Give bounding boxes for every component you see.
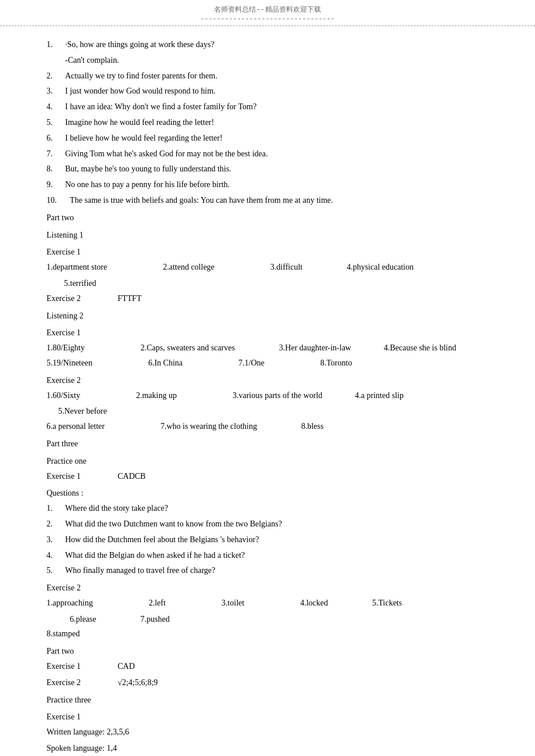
ex1b-item6: 6.In China [148, 356, 183, 370]
question-item: 2. What did the two Dutchmen want to kno… [47, 517, 488, 531]
item-text: Actually we try to find foster parents f… [65, 69, 217, 83]
list-item: 4. I have an idea: Why don't we find a f… [47, 100, 488, 114]
ex2b-item3: 3.various parts of the world [233, 389, 322, 403]
ex1b-item4: 4.Because she is blind [384, 341, 456, 355]
ex2c-item3: 3.toilet [222, 596, 244, 610]
exercise-1b-row: 1.80/Eighty 2.Caps, sweaters and scarves… [47, 341, 488, 355]
question-item: 4. What did the Belgian do when asked if… [47, 549, 488, 562]
item-text: I believe how he would feel regarding th… [65, 131, 223, 145]
item-text: The same is true with beliefs and goals:… [70, 194, 333, 207]
q-text: What did the two Dutchmen want to know f… [65, 517, 282, 531]
item-number: 1. [47, 38, 65, 52]
spoken-lang: Spoken language: 1,4 [47, 741, 488, 755]
q-text: How did the Dutchmen feel about the Belg… [65, 533, 259, 547]
ex1b-item2: 2.Caps, sweaters and scarves [141, 341, 235, 355]
ex2c-item2: 2.left [149, 596, 166, 610]
item-text: Imagine how he would feel reading the le… [65, 116, 214, 130]
item-number: 7. [47, 147, 65, 161]
part-two-title: Part two [47, 211, 488, 225]
exercise-1-label: Exercise 1 [47, 245, 488, 259]
exercise-2b-label: Exercise 2 [47, 374, 488, 388]
item-number: 8. [47, 162, 65, 176]
item-text: I just wonder how God would respond to h… [65, 84, 216, 98]
ex2c-item4: 4.locked [300, 596, 328, 610]
header-line2: - - - - - - - - - - - - - - - - - - - - … [0, 15, 535, 23]
part-two-b-title: Part two [47, 644, 488, 658]
page-header: 名师资料总结 - - 精品资料欢迎下载 - - - - - - - - - - … [0, 0, 535, 26]
question-item: 1. Where did the story take place? [47, 501, 488, 515]
list-item: 6. I believe how he would feel regarding… [47, 131, 488, 145]
ex2c-item7: 7.pushed [140, 612, 169, 626]
ex2b-item1: 1.60/Sixty [47, 389, 80, 403]
exercise-1d-row: Exercise 1 CAD [47, 660, 488, 673]
exercise-2d-row: Exercise 2 √2;4;5;6;8;9 [47, 676, 488, 690]
item-number [47, 53, 65, 67]
item-text: But, maybe he's too young to fully under… [65, 162, 231, 176]
exercise-1c-label: Exercise 1 [47, 472, 81, 481]
q-text: Who finally managed to travel free of ch… [65, 564, 215, 578]
list-item: 9. No one has to pay a penny for his lif… [47, 178, 488, 192]
ex2c-item8: 8.stamped [47, 627, 80, 641]
listening-1-title: Listening 1 [47, 228, 488, 242]
ex2b-item5: 5.Never before [58, 404, 107, 418]
main-content: 1. ·So, how are things going at work the… [0, 26, 535, 756]
ex1b-item1: 1.80/Eighty [47, 341, 85, 355]
ex1-item5: 5.terrified [64, 277, 97, 291]
q-number: 4. [47, 549, 65, 562]
q-text: Where did the story take place? [65, 501, 168, 515]
exercise-1d-answer: CAD [117, 662, 135, 671]
ex1-item1: 1.department store [47, 260, 107, 274]
exercise-2b-row1: 1.60/Sixty 2.making up 3.various parts o… [47, 389, 488, 419]
item-number: 6. [47, 131, 65, 145]
exercise-1-row: 1.department store 2.attend college 3.di… [47, 260, 488, 291]
exercise-1c-answer: CADCB [117, 472, 145, 481]
listening-2-title: Listening 2 [47, 309, 488, 323]
item-text: I have an idea: Why don't we find a fost… [65, 100, 256, 114]
q-text: What did the Belgian do when asked if he… [65, 549, 245, 562]
list-item: 5. Imagine how he would feel reading the… [47, 116, 488, 130]
item-number: 10. [47, 194, 70, 207]
item-number: 9. [47, 178, 65, 192]
ex1b-item7: 7.1/One [238, 356, 265, 370]
exercise-2-row: Exercise 2 FTTFT [47, 292, 488, 306]
ex1b-item5: 5.19/Nineteen [47, 356, 92, 370]
ex2b-item4: 4.a printed slip [355, 389, 404, 403]
q-number: 2. [47, 517, 65, 531]
item-text: Giving Tom what he's asked God for may n… [65, 147, 268, 161]
exercise-1b-label: Exercise 1 [47, 326, 488, 340]
q-number: 1. [47, 501, 65, 515]
written-lang: Written language: 2,3,5,6 [47, 725, 488, 739]
exercise-2b-row2: 6.a personal letter 7.who is wearing the… [47, 420, 488, 433]
item-text: -Can't complain. [65, 53, 119, 67]
exercise-2c-row1: 1.approaching 2.left 3.toilet 4.locked 5… [47, 596, 488, 626]
ex2b-item6: 6.a personal letter [47, 420, 105, 433]
list-item: 2. Actually we try to find foster parent… [47, 69, 488, 83]
list-item: -Can't complain. [47, 53, 488, 67]
ex2b-item8: 8.bless [301, 420, 324, 433]
exercise-2c-row2: 8.stamped [47, 627, 488, 641]
exercise-1d-label: Exercise 1 [47, 662, 81, 671]
ex2b-item2: 2.making up [136, 389, 177, 403]
question-item: 5. Who finally managed to travel free of… [47, 564, 488, 578]
exercise-2-answer: FTTFT [117, 294, 141, 303]
exercise-1e-label: Exercise 1 [47, 710, 488, 724]
item-number: 4. [47, 100, 65, 114]
ex1-item4: 4.physical education [347, 260, 413, 274]
questions-label: Questions : [47, 486, 488, 500]
list-item: 7. Giving Tom what he's asked God for ma… [47, 147, 488, 161]
exercise-2d-label: Exercise 2 [47, 678, 81, 687]
exercise-2d-answer: √2;4;5;6;8;9 [117, 678, 158, 687]
ex1b-item3: 3.Her daughter-in-law [279, 341, 351, 355]
ex2c-item1: 1.approaching [47, 596, 93, 610]
exercise-1b-row2: 5.19/Nineteen 6.In China 7.1/One 8.Toron… [47, 356, 488, 370]
list-item: 10. The same is true with beliefs and go… [47, 194, 488, 207]
ex1-item3: 3.difficult [270, 260, 302, 274]
item-text: No one has to pay a penny for his life b… [65, 178, 230, 192]
ex2b-item7: 7.who is wearing the clothing [160, 420, 257, 433]
item-number: 2. [47, 69, 65, 83]
item-number: 5. [47, 116, 65, 130]
ex1b-item8: 8.Toronto [320, 356, 352, 370]
practice-one-title: Practice one [47, 454, 488, 468]
ex2c-item6: 6.please [70, 612, 96, 626]
question-item: 3. How did the Dutchmen feel about the B… [47, 533, 488, 547]
